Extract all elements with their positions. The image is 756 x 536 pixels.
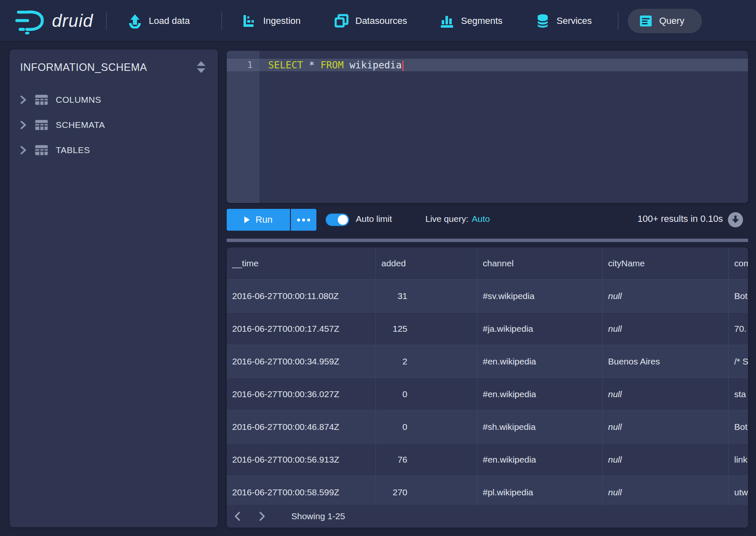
- cell-comment[interactable]: 70.: [729, 312, 748, 345]
- cell-cityname[interactable]: null: [603, 280, 729, 312]
- ingestion-icon: [242, 13, 257, 29]
- sql-query-text[interactable]: SELECT * FROM wikipedia: [268, 59, 404, 71]
- nav-load-data[interactable]: Load data: [127, 0, 190, 42]
- query-icon: [639, 14, 653, 28]
- nav-segments[interactable]: Segments: [440, 0, 502, 42]
- column-header-added[interactable]: added: [376, 247, 477, 279]
- line-number: 1: [227, 59, 259, 71]
- cell-comment[interactable]: /* S: [729, 345, 748, 377]
- nav-label: Ingestion: [263, 16, 300, 26]
- segments-icon: [440, 13, 455, 29]
- cell-time[interactable]: 2016-06-27T00:00:11.080Z: [227, 280, 376, 312]
- download-results-button[interactable]: [728, 212, 743, 228]
- cell-time[interactable]: 2016-06-27T00:00:34.959Z: [227, 345, 376, 377]
- column-header-channel[interactable]: channel: [477, 247, 603, 279]
- cell-time[interactable]: 2016-06-27T00:00:58.599Z: [227, 476, 376, 508]
- cell-cityname[interactable]: null: [603, 476, 729, 508]
- sort-icon[interactable]: [195, 60, 207, 74]
- nav-services[interactable]: Services: [535, 0, 592, 42]
- cell-comment[interactable]: link: [729, 443, 748, 476]
- druid-console: druid Load data: [0, 0, 756, 536]
- download-icon: [728, 212, 743, 228]
- cell-comment[interactable]: utw: [729, 476, 748, 508]
- cell-time[interactable]: 2016-06-27T00:00:36.027Z: [227, 378, 376, 410]
- cell-cityname[interactable]: null: [603, 443, 729, 476]
- ellipsis-icon: [302, 219, 305, 221]
- cell-channel[interactable]: #en.wikipedia: [477, 345, 603, 377]
- nav-query-active[interactable]: Query: [628, 9, 702, 33]
- nav-datasources[interactable]: Datasources: [334, 0, 407, 42]
- run-more-options-button[interactable]: [291, 209, 316, 231]
- column-header-time[interactable]: __time: [227, 247, 376, 279]
- nav-label: Datasources: [355, 16, 407, 26]
- editor-gutter: [227, 51, 259, 203]
- nav-ingestion[interactable]: Ingestion: [242, 0, 300, 42]
- table-row: 2016-06-27T00:00:34.959Z 2 #en.wikipedia…: [227, 345, 748, 378]
- cell-cityname[interactable]: null: [603, 378, 729, 410]
- column-header-comment[interactable]: comment: [729, 247, 748, 279]
- chevron-right-icon[interactable]: [19, 95, 27, 104]
- table-row: 2016-06-27T00:00:58.599Z 270 #pl.wikiped…: [227, 476, 748, 509]
- live-query-value[interactable]: Auto: [472, 214, 490, 224]
- column-header-cityname[interactable]: cityName: [603, 247, 729, 279]
- run-button[interactable]: Run: [227, 209, 290, 231]
- cell-comment[interactable]: Bot: [729, 411, 748, 443]
- cell-added[interactable]: 0: [376, 411, 477, 443]
- brand-name: druid: [52, 11, 93, 31]
- services-icon: [535, 13, 550, 29]
- cell-added[interactable]: 0: [376, 378, 477, 410]
- cell-cityname[interactable]: null: [603, 411, 729, 443]
- ellipsis-icon: [307, 219, 310, 221]
- cell-cityname[interactable]: Buenos Aires: [603, 345, 729, 377]
- results-header-row: __time added channel cityName comment: [227, 247, 748, 280]
- ellipsis-icon: [297, 219, 300, 221]
- auto-limit-label: Auto limit: [356, 214, 392, 224]
- cell-channel[interactable]: #sh.wikipedia: [477, 411, 603, 443]
- cell-comment[interactable]: sta: [729, 378, 748, 410]
- table-grid-icon: [35, 144, 48, 156]
- text-cursor: [402, 61, 404, 71]
- schema-title: INFORMATION_SCHEMA: [20, 61, 147, 73]
- schema-tree: COLUMNS SCHEMATA: [10, 87, 218, 163]
- cell-channel[interactable]: #en.wikipedia: [477, 378, 603, 410]
- tree-item-columns[interactable]: COLUMNS: [10, 87, 218, 112]
- table-grid-icon: [35, 119, 48, 131]
- auto-limit-toggle[interactable]: [326, 213, 349, 226]
- nav-label: Services: [557, 16, 592, 26]
- nav-label: Load data: [149, 16, 190, 26]
- cell-added[interactable]: 270: [376, 476, 477, 508]
- schema-header[interactable]: INFORMATION_SCHEMA: [10, 49, 218, 74]
- cell-channel[interactable]: #sv.wikipedia: [477, 280, 603, 312]
- cell-added[interactable]: 76: [376, 443, 477, 476]
- previous-page-button[interactable]: [233, 509, 248, 523]
- cell-comment[interactable]: Bot: [729, 280, 748, 312]
- table-row: 2016-06-27T00:00:56.913Z 76 #en.wikipedi…: [227, 443, 748, 476]
- cell-channel[interactable]: #en.wikipedia: [477, 443, 603, 476]
- tree-item-schemata[interactable]: SCHEMATA: [10, 112, 218, 138]
- cell-time[interactable]: 2016-06-27T00:00:56.913Z: [227, 443, 376, 476]
- druid-logo[interactable]: druid: [15, 8, 93, 34]
- cell-time[interactable]: 2016-06-27T00:00:17.457Z: [227, 312, 376, 345]
- toggle-knob: [338, 215, 348, 225]
- tree-item-tables[interactable]: TABLES: [10, 138, 218, 163]
- tree-item-label: SCHEMATA: [56, 120, 105, 130]
- next-page-button[interactable]: [258, 509, 272, 523]
- sql-star: *: [309, 60, 321, 70]
- sql-editor[interactable]: 1 SELECT * FROM wikipedia: [227, 51, 748, 203]
- cell-added[interactable]: 2: [376, 345, 477, 377]
- chevron-right-icon[interactable]: [19, 146, 27, 155]
- cell-added[interactable]: 125: [376, 312, 477, 345]
- load-data-icon: [127, 13, 142, 29]
- cell-cityname[interactable]: null: [603, 312, 729, 345]
- panel-splitter-handle[interactable]: [227, 239, 748, 242]
- chevron-right-icon[interactable]: [19, 120, 27, 130]
- cell-channel[interactable]: #pl.wikipedia: [477, 476, 603, 508]
- run-button-label: Run: [256, 214, 272, 225]
- cell-added[interactable]: 31: [376, 280, 477, 312]
- tree-item-label: TABLES: [56, 145, 90, 155]
- topbar-divider: [221, 12, 222, 30]
- table-grid-icon: [35, 94, 48, 106]
- table-row: 2016-06-27T00:00:36.027Z 0 #en.wikipedia…: [227, 378, 748, 411]
- cell-channel[interactable]: #ja.wikipedia: [477, 312, 603, 345]
- cell-time[interactable]: 2016-06-27T00:00:46.874Z: [227, 411, 376, 443]
